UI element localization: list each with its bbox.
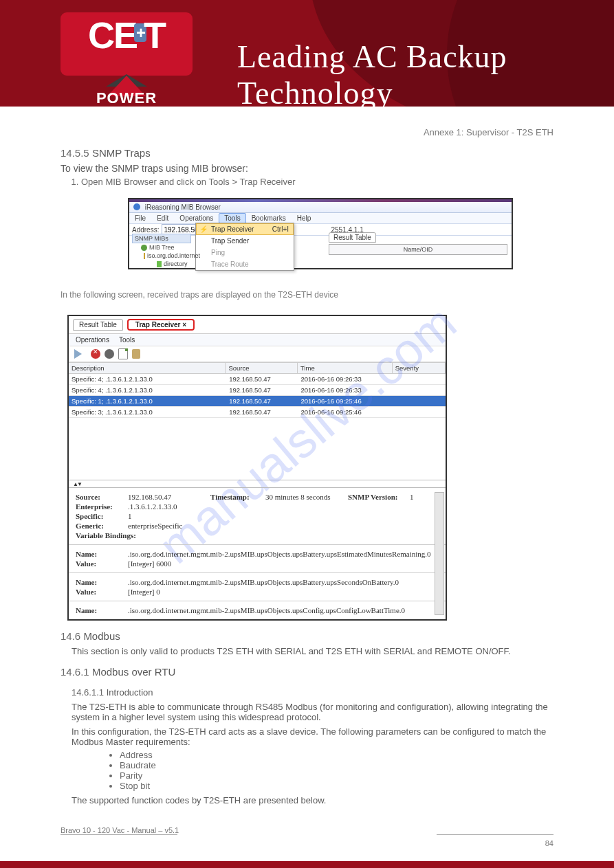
globe-icon	[141, 245, 147, 251]
menubar[interactable]: File Edit Operations Tools Bookmarks Hel…	[129, 213, 512, 224]
dv-source: 192.168.50.47	[128, 493, 210, 501]
logo-t: T	[144, 14, 165, 56]
screenshot-mib-browser: iReasoning MIB Browser File Edit Operati…	[128, 198, 513, 269]
step-1: Open MIB Browser and click on Tools > Tr…	[81, 177, 553, 187]
submenu-tools[interactable]: Tools	[119, 336, 135, 344]
dl-varbind: Variable Bindings:	[76, 531, 136, 539]
logo-ce: CE	[88, 14, 137, 56]
result-grid-header: Name/OID	[329, 244, 507, 255]
doc-icon	[157, 261, 162, 267]
scrollbar[interactable]	[435, 492, 444, 615]
tree-header: SNMP MIBs	[132, 234, 191, 243]
tab-result-table[interactable]: Result Table	[329, 232, 376, 243]
table-row[interactable]: Specific: 4; .1.3.6.1.2.1.33.0192.168.50…	[69, 374, 446, 385]
step-list: Open MIB Browser and click on Tools > Tr…	[61, 177, 553, 187]
col-source: Source	[226, 363, 298, 373]
header-banner: CE+T POWER Leading AC Backup Technology	[0, 0, 614, 107]
dl-timestamp: Timestamp:	[210, 493, 265, 501]
param-parity: Parity	[120, 770, 553, 781]
footer-bar	[0, 861, 614, 868]
param-address: Address	[120, 750, 553, 760]
table-row-selected[interactable]: Specific: 1; .1.3.6.1.2.1.33.0192.168.50…	[69, 396, 446, 407]
stop-icon[interactable]	[91, 349, 100, 359]
dv-timestamp: 30 minutes 8 seconds	[265, 493, 348, 501]
menu-file[interactable]: File	[129, 213, 151, 223]
splitter-arrows-icon: ▲▼	[73, 481, 81, 487]
window-title: iReasoning MIB Browser	[145, 203, 221, 211]
tree-root[interactable]: MIB Tree	[132, 243, 191, 252]
intro-para-1: The T2S-ETH is able to communicate throu…	[72, 702, 553, 722]
dl-version: SNMP Version:	[348, 493, 410, 501]
clipboard-icon[interactable]	[132, 349, 140, 359]
toolbar	[69, 346, 446, 362]
tree-internet[interactable]: iso.org.dod.internet	[132, 252, 191, 260]
table-row[interactable]: Specific: 3; .1.3.6.1.2.1.33.0192.168.50…	[69, 407, 446, 418]
heading-modbus: 14.6 Modbus	[61, 630, 553, 642]
intro-para-2: In this configuration, the T2S-ETH card …	[72, 726, 553, 747]
trap-receiver-icon: ⚡	[199, 225, 208, 233]
folder-icon	[144, 253, 145, 259]
tools-dropdown[interactable]: ⚡ Trap Receiver Ctrl+I Trap Sender Ping …	[195, 223, 294, 271]
param-baud: Baudrate	[120, 760, 553, 770]
page-number: 84	[545, 839, 553, 847]
breadcrumb: Annexe 1: Supervisor - T2S ETH	[61, 127, 553, 137]
footer-doc-name: Bravo 10 - 120 Vac - Manual – v5.1	[61, 826, 553, 834]
menu-bookmarks[interactable]: Bookmarks	[246, 213, 292, 223]
menu-edit[interactable]: Edit	[151, 213, 174, 223]
export-icon[interactable]	[118, 348, 128, 359]
logo: CE+T POWER	[61, 12, 193, 76]
splitter[interactable]: ▲▼	[69, 480, 446, 487]
tab-trap-receiver-active[interactable]: Trap Receiver ×	[127, 319, 195, 331]
logo-power: POWER	[61, 91, 193, 106]
screenshot-trap-receiver: Result Table Trap Receiver × Operations …	[67, 315, 447, 621]
gear-icon[interactable]	[105, 349, 114, 359]
heading-modbus-rtu: 14.6.1 Modbus over RTU	[61, 666, 553, 678]
dd-trap-sender[interactable]: Trap Sender	[196, 235, 294, 247]
tree-directory[interactable]: directory	[132, 260, 191, 268]
menu-operations[interactable]: Operations	[174, 213, 219, 223]
menu-tools[interactable]: Tools	[219, 213, 245, 223]
dd-ping[interactable]: Ping	[196, 247, 294, 258]
param-list: Address Baudrate Parity Stop bit	[92, 750, 553, 791]
col-description: Description	[69, 363, 226, 373]
tagline: Leading AC Backup Technology	[237, 38, 614, 111]
trap-grid[interactable]: Description Source Time Severity Specifi…	[69, 362, 446, 418]
step-intro: To view the SNMP traps using MIB browser…	[61, 163, 553, 174]
dd-trace-route[interactable]: Trace Route	[196, 258, 294, 270]
col-severity: Severity	[393, 363, 446, 373]
heading-intro: 14.6.1.1 Introduction	[72, 687, 553, 698]
submenu-operations[interactable]: Operations	[76, 336, 109, 344]
trap-detail-pane: Source: 192.168.50.47 Timestamp: 30 minu…	[69, 487, 446, 619]
modbus-note: This section is only valid to products T…	[72, 646, 553, 656]
tab-result-table-2[interactable]: Result Table	[73, 319, 123, 331]
table-row[interactable]: Specific: 4; .1.3.6.1.2.1.33.0192.168.50…	[69, 385, 446, 396]
play-icon[interactable]	[74, 349, 87, 359]
col-time: Time	[298, 363, 393, 373]
tail-note: The supported function codes by T2S-ETH …	[72, 795, 553, 805]
caption-1: In the following screen, received traps …	[61, 290, 553, 300]
app-icon	[133, 203, 140, 210]
dl-source: Source:	[76, 493, 128, 501]
param-stopbit: Stop bit	[120, 781, 553, 791]
dd-trap-receiver[interactable]: ⚡ Trap Receiver Ctrl+I	[196, 223, 294, 235]
heading-snmp-traps: 14.5.5 SNMP Traps	[61, 147, 553, 159]
menu-help[interactable]: Help	[292, 213, 317, 223]
mib-tree[interactable]: SNMP MIBs MIB Tree iso.org.dod.internet …	[132, 234, 191, 268]
dv-version: 1	[410, 493, 414, 501]
